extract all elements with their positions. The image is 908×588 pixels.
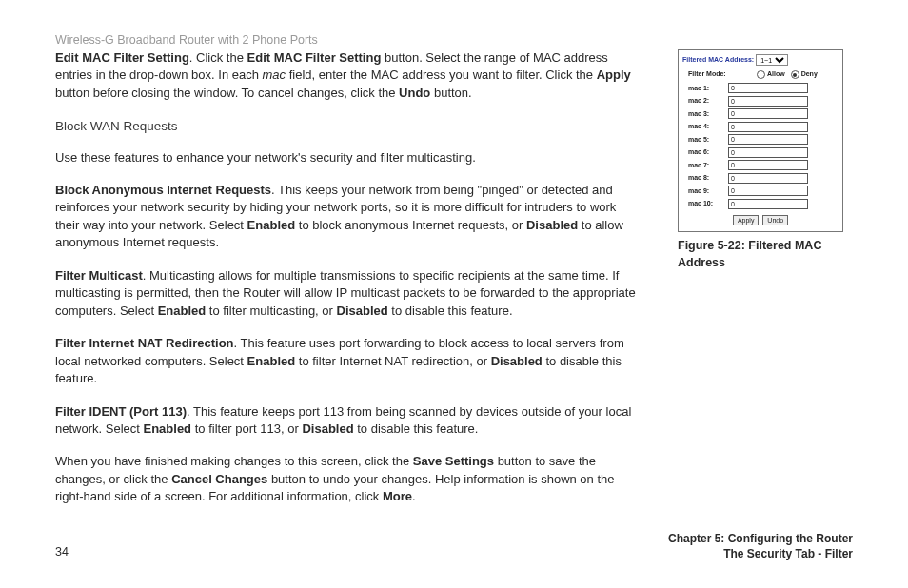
para-edit-mac: Edit MAC Filter Setting. Click the Edit … xyxy=(55,49,636,102)
mac-row: mac 6:0 xyxy=(688,147,839,158)
figure-image: Filtered MAC Address: 1~10 Filter Mode: … xyxy=(678,49,843,232)
filter-mode-label: Filter Mode: xyxy=(688,70,757,79)
mac-input[interactable]: 0 xyxy=(728,160,808,170)
mac-row: mac 4:0 xyxy=(688,122,839,132)
mac-label: mac 10: xyxy=(688,200,728,207)
radio-icon xyxy=(791,70,799,79)
filter-mode-row: Filter Mode: Allow Deny xyxy=(682,70,839,79)
mac-rows: mac 1:0mac 2:0mac 3:0mac 4:0mac 5:0mac 6… xyxy=(682,83,839,209)
apply-button[interactable]: Apply xyxy=(733,215,760,226)
para-block-anon: Block Anonymous Internet Requests. This … xyxy=(55,182,636,252)
mac-row: mac 1:0 xyxy=(688,83,839,93)
allow-option[interactable]: Allow xyxy=(757,70,785,79)
mac-input[interactable]: 0 xyxy=(728,83,808,93)
mac-label: mac 4: xyxy=(688,123,728,130)
mac-label: mac 8: xyxy=(688,174,728,182)
deny-option[interactable]: Deny xyxy=(791,70,818,79)
mac-row: mac 10:0 xyxy=(688,199,839,209)
figure-caption: Figure 5-22: Filtered MAC Address xyxy=(678,238,845,272)
radio-icon xyxy=(757,70,765,79)
mac-input[interactable]: 0 xyxy=(728,199,808,209)
figure-buttons: Apply Undo xyxy=(682,215,839,226)
para-filter-ident: Filter IDENT (Port 113). This feature ke… xyxy=(55,403,636,439)
mac-label: mac 1: xyxy=(688,85,728,92)
lead-edit-mac: Edit MAC Filter Setting xyxy=(55,50,189,65)
mac-row: mac 2:0 xyxy=(688,96,839,107)
mac-label: mac 3: xyxy=(688,110,728,118)
mac-input[interactable]: 0 xyxy=(728,173,808,184)
mac-row: mac 5:0 xyxy=(688,134,839,145)
filtered-mac-label: Filtered MAC Address: xyxy=(682,56,754,63)
mac-input[interactable]: 0 xyxy=(728,186,808,196)
mac-input[interactable]: 0 xyxy=(728,147,808,158)
mac-row: mac 9:0 xyxy=(688,186,839,196)
footer-right: Chapter 5: Configuring the Router The Se… xyxy=(668,531,853,561)
mac-input[interactable]: 0 xyxy=(728,108,808,119)
mac-label: mac 6: xyxy=(688,148,728,156)
mac-row: mac 3:0 xyxy=(688,108,839,119)
mac-row: mac 8:0 xyxy=(688,173,839,184)
para-filter-nat: Filter Internet NAT Redirection. This fe… xyxy=(55,335,636,387)
mac-label: mac 9: xyxy=(688,187,728,195)
subhead-block-wan: Block WAN Requests xyxy=(55,117,636,135)
mac-range-select[interactable]: 1~10 xyxy=(756,54,788,66)
para-intro: Use these features to enhance your netwo… xyxy=(55,149,636,167)
mac-label: mac 7: xyxy=(688,162,728,169)
fig-top-row: Filtered MAC Address: 1~10 xyxy=(682,54,839,66)
figure-5-22: Filtered MAC Address: 1~10 Filter Mode: … xyxy=(678,49,845,272)
para-save: When you have finished making changes to… xyxy=(55,453,636,505)
para-filter-multicast: Filter Multicast. Multicasting allows fo… xyxy=(55,267,636,320)
footer-section: The Security Tab - Filter xyxy=(668,546,853,561)
undo-button[interactable]: Undo xyxy=(762,215,788,226)
mac-label: mac 2: xyxy=(688,97,728,105)
mac-label: mac 5: xyxy=(688,136,728,144)
mac-input[interactable]: 0 xyxy=(728,122,808,132)
mac-input[interactable]: 0 xyxy=(728,134,808,145)
mac-row: mac 7:0 xyxy=(688,160,839,170)
footer-chapter: Chapter 5: Configuring the Router xyxy=(668,531,853,546)
mac-input[interactable]: 0 xyxy=(728,96,808,107)
body-column: Edit MAC Filter Setting. Click the Edit … xyxy=(55,49,636,521)
page-number: 34 xyxy=(55,544,69,561)
doc-header: Wireless-G Broadband Router with 2 Phone… xyxy=(55,32,318,49)
